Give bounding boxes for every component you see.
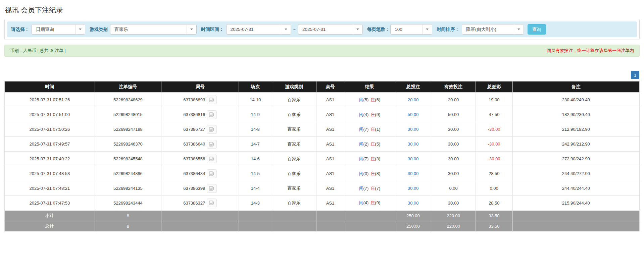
video-film-icon xyxy=(209,98,214,102)
video-replay-button[interactable] xyxy=(207,169,217,178)
cell-result: 闲(5)庄(6) xyxy=(344,93,395,107)
cell-valid-bet: 30.00 xyxy=(431,152,476,166)
column-header: 备注 xyxy=(512,81,639,93)
table-header-row: 时间注单编号局号场次游戏类别桌号结果总投注有效投注总派彩备注 xyxy=(5,81,640,93)
date-to-select[interactable]: 2025-07-31 xyxy=(298,24,363,35)
total-bet-link[interactable]: 30.00 xyxy=(408,127,419,132)
page-size-select[interactable]: 100 xyxy=(390,24,432,35)
result-player-score: (2) xyxy=(363,142,368,147)
cell-table-no: AS1 xyxy=(316,166,344,181)
round-id-text: 637386727 xyxy=(183,127,205,132)
round-id-text: 637386640 xyxy=(183,142,205,147)
column-header: 注单编号 xyxy=(95,81,161,93)
result-banker-score: (7) xyxy=(375,186,380,191)
currency-total-summary: 币别：人民币 | 总共 :8 注单 | xyxy=(10,48,66,54)
query-type-select[interactable]: 日期查询 xyxy=(32,24,85,35)
result-player-score: (7) xyxy=(363,156,368,161)
column-header: 时间 xyxy=(5,81,95,93)
column-header: 有效投注 xyxy=(431,81,476,93)
table-row: 2025-07-31 07:49:57 522698246370 6373866… xyxy=(5,137,640,152)
cell-round-id: 637386398 xyxy=(161,181,239,196)
chevron-down-icon[interactable] xyxy=(422,24,432,34)
cell-valid-bet: 30.00 xyxy=(431,137,476,152)
result-banker: 庄 xyxy=(370,186,375,191)
cell-note: 242.90/212.90 xyxy=(512,137,639,152)
table-row: 2025-07-31 07:51:00 522698248015 6373868… xyxy=(5,107,640,122)
game-type-value: 百家乐 xyxy=(110,26,187,33)
video-replay-button[interactable] xyxy=(207,140,217,149)
cell-result: 闲(4)庄(9) xyxy=(344,107,395,122)
cell-total-bet: 20.00 xyxy=(395,93,431,107)
chevron-down-icon[interactable] xyxy=(353,24,362,34)
cell-round-id: 637386640 xyxy=(161,137,239,152)
cell-game-type: 百家乐 xyxy=(272,152,316,166)
result-banker: 庄 xyxy=(370,156,375,161)
total-bet-link[interactable]: 30.00 xyxy=(408,142,419,147)
cell-payout: 19.00 xyxy=(476,93,512,107)
sort-order-select[interactable]: 降幂(由大到小) xyxy=(462,24,524,35)
chevron-down-icon[interactable] xyxy=(281,24,291,34)
video-replay-button[interactable] xyxy=(207,199,217,207)
cell-table-no: AS1 xyxy=(316,152,344,166)
cell-note: 182.90/230.40 xyxy=(512,107,639,122)
video-replay-button[interactable] xyxy=(207,96,217,104)
game-type-select[interactable]: 百家乐 xyxy=(110,24,197,35)
valid-bet-note: 同局有效投注，统一计算在该局第一张注单内 xyxy=(547,48,634,54)
total-bet-link[interactable]: 30.00 xyxy=(408,171,419,176)
cell-note: 230.40/249.40 xyxy=(512,93,639,107)
cell-game-type: 百家乐 xyxy=(272,107,316,122)
total-bet-link[interactable]: 30.00 xyxy=(408,156,419,161)
cell-result: 闲(7)庄(3) xyxy=(344,152,395,166)
summary-bar: 币别：人民币 | 总共 :8 注单 | 同局有效投注，统一计算在该局第一张注单内 xyxy=(4,45,640,57)
column-header: 桌号 xyxy=(316,81,344,93)
cell-payout: -30.00 xyxy=(476,152,512,166)
result-banker-score: (6) xyxy=(375,97,380,102)
result-player-score: (0) xyxy=(363,171,368,176)
cell-game-type: 百家乐 xyxy=(272,137,316,152)
video-replay-button[interactable] xyxy=(207,110,217,119)
total-bet-link[interactable]: 30.00 xyxy=(408,201,419,206)
search-button[interactable]: 查询 xyxy=(528,24,546,35)
pagination-page-1[interactable]: 1 xyxy=(631,71,639,79)
cell-payout: 47.50 xyxy=(476,107,512,122)
subtotal-payout: 33.50 xyxy=(476,211,512,221)
cell-total-bet: 50.00 xyxy=(395,107,431,122)
chevron-down-icon[interactable] xyxy=(75,24,85,34)
chevron-down-icon[interactable] xyxy=(187,24,196,34)
date-from-select[interactable]: 2025-07-31 xyxy=(226,24,291,35)
column-header: 游戏类别 xyxy=(272,81,316,93)
cell-round-id: 637386327 xyxy=(161,196,239,211)
total-bet-link[interactable]: 20.00 xyxy=(408,97,419,102)
cell-time: 2025-07-31 07:50:26 xyxy=(5,122,95,137)
result-banker-score: (9) xyxy=(375,200,380,205)
cell-session: 14-3 xyxy=(239,196,272,211)
cell-bet-id: 522698246370 xyxy=(95,137,161,152)
video-replay-button[interactable] xyxy=(207,125,217,134)
video-film-icon xyxy=(209,112,214,117)
cell-round-id: 637386816 xyxy=(161,107,239,122)
pagination: 1 xyxy=(4,71,639,79)
cell-payout: -30.00 xyxy=(476,137,512,152)
chevron-down-icon[interactable] xyxy=(514,24,524,34)
result-banker: 庄 xyxy=(370,112,375,117)
video-replay-button[interactable] xyxy=(207,155,217,163)
round-id-text: 637386893 xyxy=(183,97,205,102)
video-replay-button[interactable] xyxy=(207,184,217,193)
total-bet-link[interactable]: 30.00 xyxy=(408,186,419,191)
cell-session: 14-10 xyxy=(239,93,272,107)
time-range-label: 时间区间： xyxy=(201,26,224,33)
result-player: 闲 xyxy=(359,142,363,147)
result-player-score: (4) xyxy=(363,112,368,117)
cell-game-type: 百家乐 xyxy=(272,181,316,196)
grand-total-row: 总计 8 250.00 220.00 33.50 xyxy=(5,221,640,231)
cell-session: 14-6 xyxy=(239,152,272,166)
cell-bet-id: 522698245548 xyxy=(95,152,161,166)
subtotal-valid-bet: 220.00 xyxy=(431,211,476,221)
grand-total-valid-bet: 220.00 xyxy=(431,221,476,231)
video-film-icon xyxy=(209,127,214,132)
page-title: 视讯 会员下注纪录 xyxy=(5,5,644,15)
cell-payout: -30.00 xyxy=(476,122,512,137)
column-header: 结果 xyxy=(344,81,395,93)
total-bet-link[interactable]: 50.00 xyxy=(408,112,419,117)
cell-total-bet: 30.00 xyxy=(395,152,431,166)
